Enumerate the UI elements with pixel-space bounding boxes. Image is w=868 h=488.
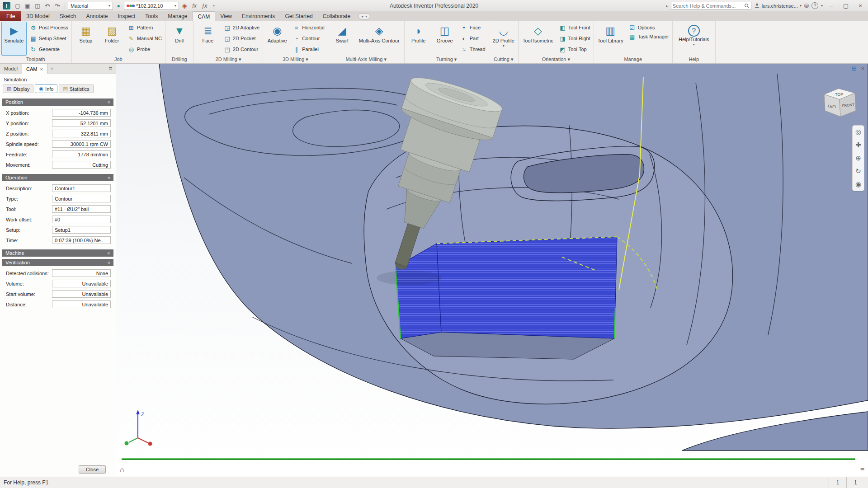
- section-header-operation[interactable]: Operation »: [2, 174, 113, 181]
- appearance-dropdown[interactable]: *102,102,10 ▾: [124, 2, 179, 10]
- tab-sketch[interactable]: Sketch: [55, 11, 81, 21]
- setup-sheet-button[interactable]: ▤Setup Sheet: [28, 34, 70, 43]
- restore-button[interactable]: ▢: [840, 1, 852, 10]
- close-tab-icon[interactable]: ×: [40, 66, 42, 72]
- model-3d-scene[interactable]: Z: [116, 64, 868, 477]
- tab-statistics[interactable]: ▤Statistics: [59, 84, 93, 93]
- group-label-2d-milling[interactable]: 2D Milling ▾: [195, 56, 261, 63]
- tab-file[interactable]: File: [0, 11, 21, 21]
- section-header-verification[interactable]: Verification »: [2, 259, 113, 266]
- close-button[interactable]: ×: [854, 1, 866, 10]
- collapse-icon[interactable]: »: [107, 101, 112, 103]
- material-sphere-button[interactable]: ●: [114, 1, 123, 10]
- ribbon-appearance-toggle[interactable]: ● ▾: [358, 13, 370, 19]
- group-label-multi-axis-milling[interactable]: Multi-Axis Milling ▾: [330, 56, 403, 63]
- group-label-3d-milling[interactable]: 3D Milling ▾: [264, 56, 326, 63]
- pattern-button[interactable]: ⊞Pattern: [126, 23, 164, 32]
- tab-cam[interactable]: CAM: [193, 11, 216, 21]
- horizontal-button[interactable]: ≡Horizontal: [291, 23, 326, 32]
- section-header-machine[interactable]: Machine »: [2, 249, 113, 257]
- group-label-cutting[interactable]: Cutting ▾: [491, 56, 517, 63]
- doc-tab-model[interactable]: Model: [0, 64, 22, 74]
- tool-isometric-button[interactable]: ◇ Tool Isometric: [520, 22, 556, 56]
- browser-menu-icon[interactable]: ≡: [105, 64, 116, 74]
- 2d-pocket-button[interactable]: ◱2D Pocket: [222, 34, 261, 43]
- face-button[interactable]: ≣ Face: [195, 22, 221, 56]
- graphics-viewport[interactable]: Z TOP LEFT FRONT: [116, 64, 868, 477]
- tile-windows-icon[interactable]: ⊞: [852, 65, 857, 72]
- add-tab-button[interactable]: +: [47, 64, 57, 74]
- tool-right-button[interactable]: ◨Tool Right: [557, 34, 592, 43]
- tool-library-button[interactable]: ▥ Tool Library: [595, 22, 626, 56]
- search-input[interactable]: [673, 3, 744, 9]
- turning-part-button[interactable]: ◐Part: [458, 34, 487, 43]
- 2d-adaptive-button[interactable]: ◲2D Adaptive: [222, 23, 261, 32]
- tab-get-started[interactable]: Get Started: [280, 11, 317, 21]
- navigation-wheel-icon[interactable]: ◎: [855, 128, 861, 136]
- dropdown-arrow-icon[interactable]: ▾: [821, 4, 823, 8]
- help-menu[interactable]: ?: [811, 2, 818, 9]
- pan-icon[interactable]: ✚: [855, 141, 861, 149]
- undo-button[interactable]: ↶▾: [43, 1, 52, 10]
- look-at-icon[interactable]: ◉: [855, 181, 861, 188]
- profile-button[interactable]: ◗ Profile: [406, 22, 431, 56]
- view-cube[interactable]: TOP LEFT FRONT: [818, 84, 859, 122]
- orbit-icon[interactable]: ↻: [855, 168, 861, 175]
- help-search-box[interactable]: [671, 2, 751, 10]
- turning-thread-button[interactable]: ≈Thread: [458, 45, 487, 54]
- tab-view[interactable]: View: [215, 11, 237, 21]
- folder-button[interactable]: ▨ Folder: [99, 22, 125, 56]
- close-document-icon[interactable]: ×: [861, 65, 864, 72]
- group-label-orientation[interactable]: Orientation ▾: [520, 56, 592, 63]
- groove-button[interactable]: ◫ Groove: [432, 22, 458, 56]
- open-file-button[interactable]: ▣: [23, 1, 32, 10]
- tab-annotate[interactable]: Annotate: [81, 11, 113, 21]
- task-manager-button[interactable]: ▦Task Manager: [627, 32, 671, 41]
- 2d-contour-button[interactable]: ◰2D Contour: [222, 45, 261, 54]
- doc-tab-cam[interactable]: CAM ×: [22, 64, 47, 74]
- qat-customize-button[interactable]: ▾: [210, 1, 219, 10]
- account-menu[interactable]: lars.christense... ▾: [754, 3, 802, 9]
- color-wheel-button[interactable]: ◉: [180, 1, 189, 10]
- redo-button[interactable]: ↷▾: [53, 1, 62, 10]
- group-label-turning[interactable]: Turning ▾: [406, 56, 487, 63]
- new-file-button[interactable]: ▢: [13, 1, 22, 10]
- collapse-icon[interactable]: »: [107, 176, 112, 179]
- post-process-button[interactable]: ⚙Post Process: [28, 23, 70, 32]
- section-header-position[interactable]: Position »: [2, 99, 113, 106]
- help-tutorials-button[interactable]: ? Help/Tutorials ▾: [674, 22, 714, 56]
- contour-button[interactable]: ◔Contour: [291, 34, 326, 43]
- material-dropdown[interactable]: Material ▾: [68, 2, 113, 10]
- zoom-icon[interactable]: ⊕: [855, 155, 861, 162]
- parameters-button[interactable]: fx: [190, 1, 199, 10]
- tab-environments[interactable]: Environments: [237, 11, 280, 21]
- tool-top-button[interactable]: ◩Tool Top: [557, 45, 592, 54]
- swarf-button[interactable]: ◢ Swarf: [330, 22, 355, 56]
- setup-button[interactable]: ▦ Setup: [73, 22, 99, 56]
- measure-button[interactable]: ƒx: [200, 1, 209, 10]
- viewport-menu-icon[interactable]: ≡: [860, 466, 864, 474]
- simulate-button[interactable]: ▶ Simulate: [1, 22, 27, 56]
- tab-display[interactable]: ▧Display: [3, 84, 33, 93]
- probe-button[interactable]: ◎Probe: [126, 45, 164, 54]
- tab-tools[interactable]: Tools: [140, 11, 163, 21]
- tab-collaborate[interactable]: Collaborate: [318, 11, 355, 21]
- collapse-icon[interactable]: »: [107, 261, 112, 264]
- tab-inspect[interactable]: Inspect: [113, 11, 140, 21]
- drill-button[interactable]: ▼ Drill: [167, 22, 192, 56]
- save-button[interactable]: ◫: [33, 1, 42, 10]
- multi-axis-contour-button[interactable]: ◈ Multi-Axis Contour: [356, 22, 403, 56]
- search-collapse-icon[interactable]: ▸: [666, 4, 668, 8]
- app-store-cart-icon[interactable]: ⛁: [804, 3, 809, 9]
- tab-manage[interactable]: Manage: [163, 11, 192, 21]
- 2d-profile-button[interactable]: ◡ 2D Profile ▾: [491, 22, 517, 56]
- expand-icon[interactable]: »: [107, 252, 112, 254]
- inventor-logo-icon[interactable]: I: [3, 2, 10, 9]
- options-button[interactable]: ☑Options: [627, 23, 671, 32]
- turning-face-button[interactable]: ◓Face: [458, 23, 487, 32]
- simulation-close-button[interactable]: Close: [79, 465, 106, 474]
- tab-3d-model[interactable]: 3D Model: [21, 11, 54, 21]
- minimize-button[interactable]: –: [826, 1, 837, 10]
- home-icon[interactable]: ⌂: [120, 466, 124, 474]
- generate-button[interactable]: ↻Generate: [28, 45, 70, 54]
